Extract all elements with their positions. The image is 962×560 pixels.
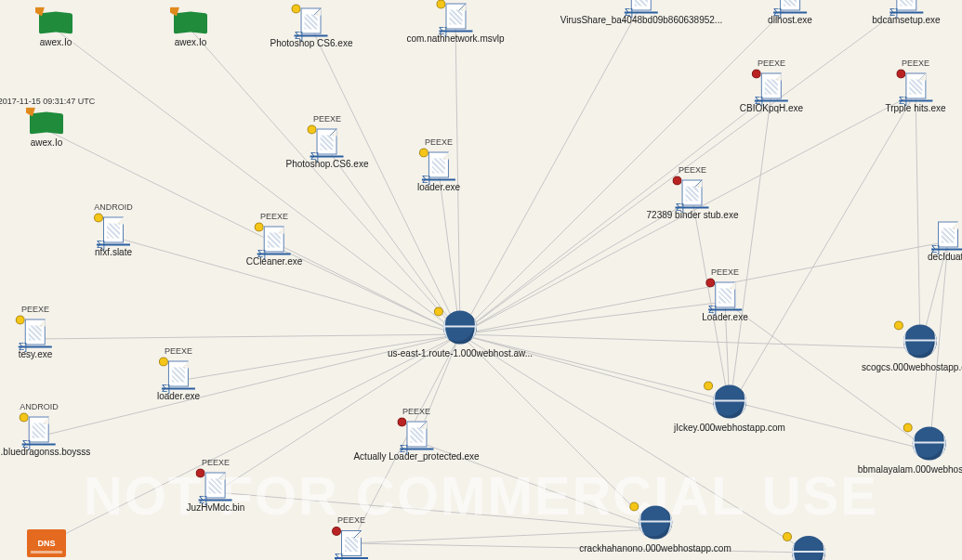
- file-icon: Σ]: [905, 73, 926, 99]
- file-icon: Σ]: [445, 4, 466, 30]
- node-tag: PEEXE: [902, 59, 929, 68]
- node-tag: PEEXE: [202, 458, 230, 467]
- node-label: VirusShare_ba4048bd09b860638952...: [560, 15, 722, 25]
- node-tag: PEEXE: [165, 346, 192, 356]
- file-icon: Σ]: [428, 152, 449, 178]
- graph-node[interactable]: [792, 536, 825, 560]
- globe-icon: [639, 506, 672, 540]
- status-dot: [783, 532, 792, 541]
- book-icon: [174, 13, 207, 33]
- node-tag: PEEXE: [425, 137, 453, 147]
- graph-node[interactable]: Σ]dllhost.exe: [768, 0, 812, 25]
- graph-node[interactable]: Σ]bdcamsetup.exe: [872, 0, 940, 25]
- graph-node[interactable]: awex.Io: [39, 13, 72, 47]
- node-label: jIckey.000webhostapp.com: [674, 423, 785, 433]
- graph-node[interactable]: Σ]Photoshop CS6.exe: [270, 8, 353, 48]
- status-dot: [20, 413, 29, 423]
- node-tag: PEEXE: [21, 305, 49, 314]
- node-timestamp: 2017-11-15 09:31:47 UTC: [0, 97, 95, 106]
- dns-icon: DNS: [27, 529, 66, 557]
- graph-canvas[interactable]: NOT FOR COMMERCIAL USE us-east-1.route-1…: [0, 0, 962, 560]
- graph-node[interactable]: jIckey.000webhostapp.com: [674, 385, 785, 433]
- graph-node[interactable]: PEEXEΣ]loader.exe: [417, 152, 460, 192]
- node-tag: PEEXE: [313, 114, 341, 124]
- graph-node[interactable]: PEEXEΣ]72389 binder stub.exe: [647, 180, 739, 220]
- graph-node[interactable]: awex.Io: [174, 13, 207, 47]
- graph-node[interactable]: ANDROIDΣ]nfxf.slate: [95, 217, 132, 257]
- graph-node[interactable]: Σ]VirusShare_ba4048bd09b860638952...: [560, 0, 722, 25]
- status-dot: [896, 70, 905, 79]
- node-label: Trpple hits.exe: [885, 103, 945, 113]
- node-label: awex.Io: [40, 37, 72, 47]
- file-icon: Σ]: [715, 282, 735, 308]
- node-label: us-east-1.route-1.000webhost.aw...: [388, 348, 533, 358]
- node-tag: ANDROID: [94, 202, 133, 212]
- edges-layer: [0, 0, 962, 560]
- file-icon: Σ]: [341, 530, 362, 556]
- node-label: CBIOKpqH.exe: [740, 103, 803, 113]
- graph-node[interactable]: PEEXEΣ]Photoshop.CS6.exe: [286, 129, 369, 169]
- graph-node[interactable]: Σ]com.nathnetwork.msvlp: [406, 4, 504, 44]
- status-dot: [673, 176, 682, 186]
- node-label: crackhahanono.000webhostapp.com: [579, 543, 731, 553]
- graph-node[interactable]: PEEXEΣ]Trpple hits.exe: [885, 73, 945, 113]
- node-tag: PEEXE: [260, 212, 288, 221]
- file-icon: Σ]: [29, 417, 49, 443]
- file-icon: Σ]: [205, 473, 226, 499]
- status-dot: [196, 469, 205, 478]
- status-dot: [292, 5, 301, 14]
- graph-node[interactable]: PEEXEΣ]Loader.exe: [702, 282, 748, 322]
- graph-node[interactable]: 2017-11-15 09:31:47 UTCawex.Io: [30, 113, 63, 148]
- file-icon: Σ]: [896, 0, 916, 11]
- status-dot: [704, 382, 713, 391]
- book-icon: [30, 113, 63, 134]
- status-dot: [434, 307, 443, 317]
- graph-node[interactable]: ANDROIDΣ]om.bluedragonss.boysss: [0, 417, 90, 457]
- node-label: awex.Io: [175, 37, 206, 47]
- graph-edge: [56, 30, 460, 334]
- node-tag: PEEXE: [758, 59, 785, 68]
- node-tag: PEEXE: [711, 267, 739, 277]
- graph-node[interactable]: DNS: [27, 529, 66, 557]
- file-icon: Σ]: [317, 129, 337, 155]
- file-icon: Σ]: [938, 222, 958, 248]
- node-label: scogcs.000webhostapp.com: [862, 362, 962, 372]
- graph-node[interactable]: PEEXEΣ]loader.exe: [157, 361, 200, 401]
- status-dot: [705, 279, 715, 288]
- graph-node[interactable]: us-east-1.route-1.000webhost.aw...: [388, 311, 533, 358]
- graph-edge: [460, 334, 655, 529]
- graph-node[interactable]: PEEXEΣ]JuzHvMdc.bin: [187, 473, 245, 513]
- node-label: bdcamsetup.exe: [872, 15, 940, 25]
- file-icon: Σ]: [631, 0, 652, 11]
- file-icon: Σ]: [780, 0, 800, 11]
- file-icon: Σ]: [25, 319, 46, 345]
- status-dot: [159, 358, 168, 367]
- graph-node[interactable]: PEEXEΣ]tesy.exe: [19, 319, 53, 359]
- graph-node[interactable]: scogcs.000webhostapp.com: [862, 325, 962, 372]
- node-tag: PEEXE: [402, 407, 430, 416]
- graph-node[interactable]: PEEXEΣ]CCleaner.exe: [246, 227, 303, 267]
- graph-node[interactable]: Σ]decIduate: [928, 222, 962, 262]
- node-label: Actually Loader_protected.exe: [353, 451, 479, 462]
- node-label: Photoshop.CS6.exe: [286, 159, 369, 169]
- status-dot: [903, 423, 913, 433]
- status-dot: [629, 502, 639, 512]
- globe-icon: [713, 385, 746, 419]
- status-dot: [94, 214, 103, 223]
- graph-node[interactable]: PEEXEΣ]CBIOKpqH.exe: [740, 73, 803, 113]
- graph-node[interactable]: PEEXEΣ]Actually Loader_protected.exe: [353, 422, 479, 462]
- node-tag: ANDROID: [20, 402, 59, 411]
- node-tag: PEEXE: [679, 165, 706, 175]
- status-dot: [308, 125, 317, 135]
- file-icon: Σ]: [103, 217, 124, 243]
- node-label: CCleaner.exe: [246, 256, 303, 267]
- graph-node[interactable]: crackhahanono.000webhostapp.com: [579, 506, 731, 553]
- node-label: awex.Io: [31, 137, 62, 148]
- globe-icon: [792, 536, 825, 560]
- globe-icon: [903, 325, 937, 358]
- graph-node[interactable]: PEEXEΣ]: [341, 530, 362, 556]
- graph-node[interactable]: bbmalayalam.000webhostapp.com: [858, 427, 962, 475]
- status-dot: [16, 316, 25, 325]
- status-dot: [752, 70, 761, 79]
- status-dot: [332, 527, 341, 536]
